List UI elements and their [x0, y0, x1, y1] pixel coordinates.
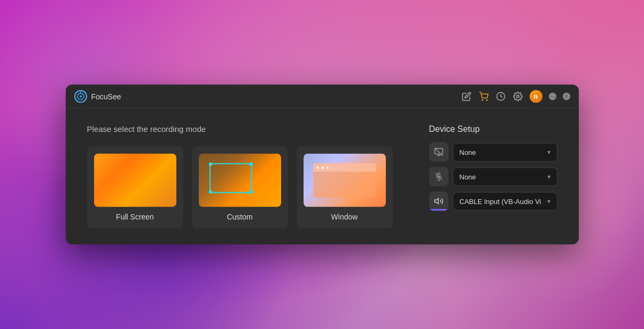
mic-select-container: None ▾	[453, 167, 557, 186]
device-row-audio: CABLE Input (VB-Audio Vi ▾	[429, 192, 557, 211]
titlebar: FocuSee	[66, 85, 579, 108]
dot-1	[316, 166, 319, 169]
mode-label-window: Window	[331, 213, 358, 221]
svg-point-2	[80, 95, 82, 97]
mode-thumbnail-custom	[199, 154, 281, 207]
mic-select-value: None	[460, 173, 476, 181]
mode-label-custom: Custom	[227, 213, 252, 221]
screen-select[interactable]: None ▾	[453, 143, 557, 161]
minimize-button[interactable]: —	[549, 92, 556, 100]
user-avatar[interactable]: n	[530, 90, 542, 103]
window-preview	[313, 163, 376, 198]
history-icon[interactable]	[495, 91, 506, 101]
audio-select-value: CABLE Input (VB-Audio Vi	[460, 197, 541, 205]
thumb-fullscreen-bg	[94, 154, 176, 207]
right-panel: Device Setup None ▾	[429, 124, 557, 229]
edit-icon[interactable]	[461, 91, 472, 101]
handle-bl	[209, 191, 212, 194]
device-setup-title: Device Setup	[429, 124, 557, 134]
mode-card-window[interactable]: Window	[297, 146, 393, 229]
recording-modes: Full Screen Cust	[87, 146, 408, 229]
settings-icon[interactable]	[513, 91, 523, 101]
mic-chevron: ▾	[547, 173, 550, 181]
device-row-screen: None ▾	[429, 143, 557, 162]
app-window: FocuSee	[66, 85, 579, 245]
left-panel: Please select the recording mode Full Sc…	[87, 124, 408, 229]
window-preview-bar	[313, 163, 376, 172]
cart-icon[interactable]	[478, 91, 489, 101]
main-content: Please select the recording mode Full Sc…	[66, 108, 579, 245]
selection-box	[210, 163, 252, 193]
mode-thumbnail-fullscreen	[94, 154, 176, 207]
dot-3	[326, 166, 329, 169]
audio-select[interactable]: CABLE Input (VB-Audio Vi ▾	[453, 192, 557, 210]
screen-select-container: None ▾	[453, 143, 557, 161]
audio-chevron: ▾	[547, 198, 550, 205]
svg-marker-16	[434, 198, 438, 204]
mic-icon-box	[429, 167, 448, 186]
dot-2	[321, 166, 324, 169]
device-row-mic: None ▾	[429, 167, 557, 186]
screen-chevron: ▾	[547, 148, 550, 156]
close-button[interactable]: ✕	[563, 92, 570, 100]
svg-point-5	[486, 99, 487, 100]
mode-card-fullscreen[interactable]: Full Screen	[87, 146, 183, 229]
handle-tl	[209, 163, 212, 166]
mic-select[interactable]: None ▾	[453, 167, 557, 186]
mode-card-custom[interactable]: Custom	[192, 146, 288, 229]
section-title: Please select the recording mode	[87, 124, 408, 134]
handle-br	[250, 191, 253, 194]
thumb-custom-bg	[199, 154, 281, 207]
audio-icon-box	[429, 192, 448, 211]
screen-icon-box	[429, 143, 448, 162]
thumb-window-bg	[304, 154, 386, 207]
audio-select-container: CABLE Input (VB-Audio Vi ▾	[453, 192, 557, 210]
titlebar-actions: n — ✕	[461, 90, 570, 103]
app-logo	[74, 90, 87, 103]
app-title: FocuSee	[91, 92, 461, 100]
mode-thumbnail-window	[304, 154, 386, 207]
mode-label-fullscreen: Full Screen	[116, 213, 154, 221]
svg-point-7	[516, 95, 519, 98]
screen-select-value: None	[460, 148, 476, 156]
handle-tr	[250, 163, 253, 166]
svg-point-4	[482, 99, 483, 100]
